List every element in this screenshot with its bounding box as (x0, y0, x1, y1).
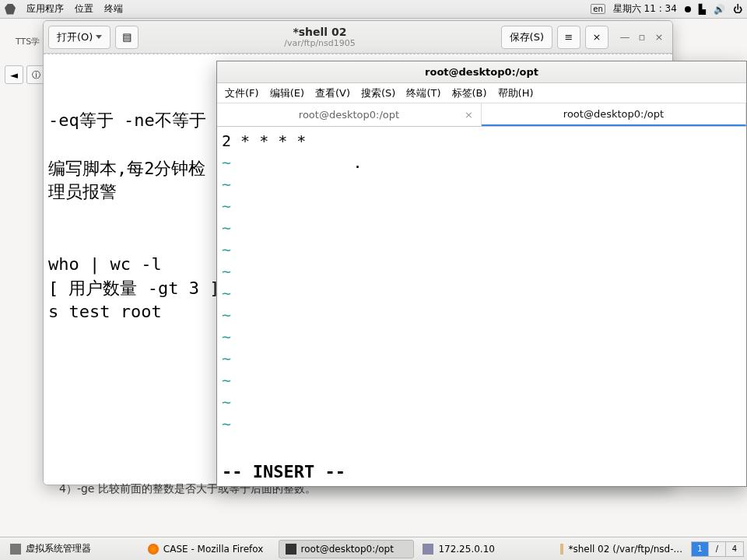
taskbar-item-vm-manager[interactable]: 虚拟系统管理器 (3, 540, 139, 558)
terminal-window: root@desktop0:/opt 文件(F) 编辑(E) 查看(V) 搜索(… (216, 61, 747, 487)
open-button[interactable]: 打开(O) (48, 26, 110, 49)
vim-tilde: ~ (222, 175, 231, 194)
vim-tilde: ~ (222, 306, 231, 324)
vim-tilde: ~ (222, 219, 231, 237)
text-line: 理员报警 (48, 182, 117, 201)
terminal-title: root@desktop0:/opt (217, 61, 746, 83)
info-icon: ⓘ (32, 69, 40, 81)
menu-file[interactable]: 文件(F) (225, 86, 259, 100)
workspace-total: 4 (726, 542, 743, 556)
window-close[interactable]: × (651, 29, 668, 46)
gedit-title: *shell 02 (139, 26, 500, 38)
gedit-header: 打开(O) ▤ *shell 02 /var/ftp/nsd1905 保存(S)… (44, 21, 672, 54)
chevron-down-icon (96, 35, 102, 39)
tab-close-icon[interactable]: × (465, 109, 473, 121)
menu-terminal[interactable]: 终端 (104, 2, 123, 16)
taskbar-item-terminal[interactable]: root@desktop0:/opt (279, 540, 415, 558)
taskbar-item-gedit[interactable]: *shell 02 (/var/ftp/nsd-... (553, 540, 689, 558)
new-tab-icon: ▤ (122, 31, 132, 43)
terminal-tab-label: root@desktop0:/opt (299, 109, 399, 121)
hamburger-icon: ≡ (565, 31, 573, 43)
text-line: s test root (48, 302, 162, 321)
taskbar: 虚拟系统管理器 CASE - Mozilla Firefox root@desk… (0, 537, 747, 560)
menu-help[interactable]: 帮助(H) (498, 86, 534, 100)
terminal-icon (286, 544, 296, 555)
menu-applications[interactable]: 应用程序 (26, 2, 64, 16)
close-icon: × (593, 31, 601, 43)
terminal-tab-2[interactable]: root@desktop0:/opt (482, 103, 746, 126)
terminal-body[interactable]: 2 * * * * ~ . ~ ~ ~ ~ ~ ~ ~ ~ ~ ~ ~ ~ --… (217, 127, 746, 486)
text-line: who | wc -l (48, 254, 162, 274)
network-icon[interactable]: ▙ (699, 4, 706, 15)
menu-terminal[interactable]: 终端(T) (406, 86, 440, 100)
terminal-tab-bar: root@desktop0:/opt × root@desktop0:/opt (217, 103, 746, 127)
volume-icon[interactable]: 🔊 (714, 4, 725, 15)
vim-tilde: ~ (222, 393, 231, 411)
gedit-icon (560, 544, 563, 555)
top-panel: 应用程序 位置 终端 en 星期六 11 : 34 ▙ 🔊 ⏻ (0, 0, 747, 19)
workspace-pager[interactable]: 1 / 4 (691, 541, 744, 557)
workspace-1[interactable]: 1 (692, 542, 709, 556)
vim-tilde: ~ (222, 197, 231, 215)
vim-tilde: ~ (222, 240, 231, 259)
new-tab-button[interactable]: ▤ (115, 26, 139, 49)
firefox-icon (148, 544, 159, 555)
vim-mode-status: -- INSERT -- (222, 460, 345, 485)
vim-tilde: ~ (222, 349, 231, 368)
gedit-path: /var/ftp/nsd1905 (139, 38, 500, 48)
vim-tilde: ~ (222, 284, 231, 303)
menu-search[interactable]: 搜索(S) (361, 86, 395, 100)
save-button[interactable]: 保存(S) (501, 26, 552, 49)
text-line: -eq等于 -ne不等于 (48, 110, 206, 130)
vim-tilde: ~ (222, 371, 231, 390)
terminal-tab-label: root@desktop0:/opt (563, 108, 664, 120)
terminal-tab-1[interactable]: root@desktop0:/opt × (217, 103, 482, 126)
terminal-content: 2 * * * * (222, 131, 306, 150)
monitor-icon (423, 544, 433, 555)
arrow-left-icon: ◄ (10, 69, 18, 81)
text-line: [ 用户数量 -gt 3 ] (48, 278, 219, 298)
taskbar-item-firefox[interactable]: CASE - Mozilla Firefox (141, 540, 277, 558)
taskbar-label: CASE - Mozilla Firefox (163, 544, 264, 555)
browser-tab-label: TTS学 (16, 36, 40, 47)
taskbar-label: *shell 02 (/var/ftp/nsd-... (568, 544, 682, 555)
browser-back-button[interactable]: ◄ (5, 65, 23, 84)
taskbar-label: root@desktop0:/opt (301, 544, 394, 555)
vim-tilde: ~ (222, 327, 231, 346)
vm-manager-icon (10, 544, 21, 555)
menu-edit[interactable]: 编辑(E) (270, 86, 304, 100)
gedit-title-area: *shell 02 /var/ftp/nsd1905 (139, 26, 500, 48)
vim-tilde: ~ (222, 415, 231, 433)
input-method-icon[interactable]: en (591, 4, 605, 14)
power-icon[interactable]: ⏻ (733, 4, 742, 15)
text-line: 编写脚本,每2分钟检 (48, 159, 206, 178)
close-tab-button[interactable]: × (585, 26, 608, 49)
taskbar-item-vm[interactable]: 172.25.0.10 (416, 540, 552, 558)
terminal-menubar: 文件(F) 编辑(E) 查看(V) 搜索(S) 终端(T) 标签(B) 帮助(H… (217, 83, 746, 103)
open-button-label: 打开(O) (57, 30, 93, 44)
window-minimize[interactable]: — (616, 29, 633, 46)
hamburger-button[interactable]: ≡ (557, 26, 580, 49)
status-dot-icon (685, 6, 691, 12)
window-maximize[interactable]: ▫ (633, 29, 651, 46)
gnome-logo-icon (5, 4, 16, 15)
vim-tilde: ~ (222, 262, 231, 281)
workspace-sep: / (709, 542, 726, 556)
clock[interactable]: 星期六 11 : 34 (613, 2, 677, 16)
taskbar-label: 虚拟系统管理器 (26, 542, 91, 555)
vim-tilde: ~ (222, 153, 231, 172)
menu-view[interactable]: 查看(V) (315, 86, 350, 100)
taskbar-label: 172.25.0.10 (438, 544, 495, 555)
menu-tabs[interactable]: 标签(B) (452, 86, 487, 100)
menu-places[interactable]: 位置 (75, 2, 93, 16)
save-button-label: 保存(S) (510, 30, 544, 44)
browser-nav: ◄ ⓘ (5, 65, 45, 84)
